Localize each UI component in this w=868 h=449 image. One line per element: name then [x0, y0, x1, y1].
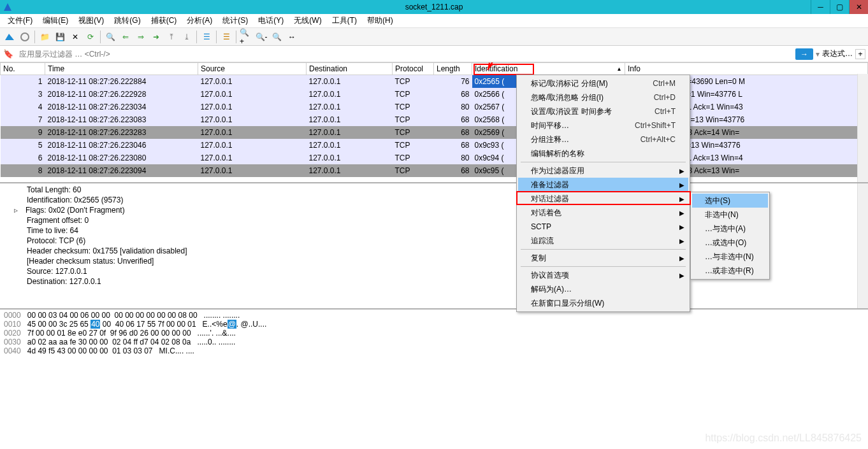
column-header[interactable]: Protocol	[393, 63, 434, 75]
hex-row[interactable]: 0030 a0 02 aa aa fe 30 00 00 02 04 ff d7…	[4, 338, 864, 346]
menu-item[interactable]: 捕获(C)	[146, 15, 182, 26]
close-file-icon[interactable]: ✕	[68, 30, 82, 44]
last-icon[interactable]: ⤓	[180, 30, 194, 44]
reload-icon[interactable]: ⟳	[83, 30, 98, 44]
menu-item[interactable]: 选中(S)	[692, 194, 768, 208]
zoom-in-icon[interactable]: 🔍+	[239, 30, 253, 44]
packet-row[interactable]: 42018-12-11 08:27:26.223034127.0.0.1127.…	[1, 101, 868, 113]
column-header[interactable]: Length	[434, 63, 472, 75]
column-header[interactable]: Info	[625, 63, 868, 75]
menu-item[interactable]: SCTP▶	[518, 220, 688, 234]
svg-point-0	[21, 33, 29, 41]
minimize-button[interactable]: ─	[811, 0, 830, 14]
open-icon[interactable]: 📁	[38, 30, 52, 44]
menu-item[interactable]: 视图(V)	[73, 15, 109, 26]
hex-pane[interactable]: 0000 00 00 03 04 00 06 00 00 00 00 00 00…	[0, 310, 868, 373]
menubar: 文件(F)编辑(E)视图(V)跳转(G)捕获(C)分析(A)统计(S)电话(Y)…	[0, 14, 868, 28]
hex-row[interactable]: 0020 7f 00 00 01 8e e0 27 0f 9f 96 d0 26…	[4, 329, 864, 338]
shark-icon[interactable]	[3, 30, 17, 44]
first-icon[interactable]: ⤒	[164, 30, 178, 44]
menu-item[interactable]: 文件(F)	[3, 15, 38, 26]
maximize-button[interactable]: ▢	[830, 0, 849, 14]
app-icon	[3, 2, 13, 12]
menu-item[interactable]: 准备过滤器▶	[518, 178, 688, 192]
add-filter-button[interactable]: +	[855, 49, 865, 59]
column-header[interactable]: No.	[1, 63, 45, 75]
hex-row[interactable]: 0010 45 00 00 3c 25 65 40 00 40 06 17 55…	[4, 320, 864, 329]
menu-item[interactable]: 分组注释…Ctrl+Alt+C	[518, 132, 688, 146]
menu-item[interactable]: 无线(W)	[289, 15, 326, 26]
menu-item[interactable]: 编辑解析的名称	[518, 146, 688, 160]
packet-row[interactable]: 82018-12-11 08:27:26.223094127.0.0.1127.…	[1, 164, 868, 177]
menu-item[interactable]: 跳转(G)	[109, 15, 145, 26]
column-header[interactable]: Source	[198, 63, 307, 75]
titlebar: socket_1211.cap ─ ▢ ✕	[0, 0, 868, 14]
next-icon[interactable]: ⇒	[134, 30, 148, 44]
packet-list: No.TimeSourceDestinationProtocolLengthId…	[0, 62, 868, 183]
menu-item[interactable]: 编辑(E)	[38, 15, 73, 26]
context-menu: 标记/取消标记 分组(M)Ctrl+M忽略/取消忽略 分组(I)Ctrl+D设置…	[516, 75, 690, 312]
colorize-icon[interactable]: ☰	[219, 30, 233, 44]
menu-item[interactable]: 时间平移…Ctrl+Shift+T	[518, 118, 688, 132]
menu-item[interactable]: 帮助(H)	[362, 15, 398, 26]
autoscroll-icon[interactable]: ☰	[199, 30, 213, 44]
find-icon[interactable]: 🔍	[103, 30, 117, 44]
menu-item[interactable]: …或非选中(R)	[692, 264, 768, 278]
zoom-out-icon[interactable]: 🔍-	[254, 30, 268, 44]
menu-item[interactable]: 复制▶	[518, 251, 688, 265]
menu-item[interactable]: 分析(A)	[182, 15, 217, 26]
menu-item[interactable]: 作为过滤器应用▶	[518, 164, 688, 178]
menu-item[interactable]: 追踪流▶	[518, 234, 688, 248]
menu-item[interactable]: 对话着色▶	[518, 206, 688, 220]
context-submenu: 选中(S)非选中(N)…与选中(A)…或选中(O)…与非选中(N)…或非选中(R…	[690, 192, 770, 280]
menu-item[interactable]: …与选中(A)	[692, 222, 768, 236]
menu-item[interactable]: 标记/取消标记 分组(M)Ctrl+M	[518, 76, 688, 90]
capture-options-icon[interactable]	[18, 30, 32, 44]
menu-item[interactable]: 电话(Y)	[253, 15, 289, 26]
packet-row[interactable]: 32018-12-11 08:27:26.222928127.0.0.1127.…	[1, 88, 868, 101]
prev-icon[interactable]: ⇐	[119, 30, 133, 44]
resize-cols-icon[interactable]: ↔	[285, 30, 299, 44]
save-icon[interactable]: 💾	[53, 30, 67, 44]
menu-item[interactable]: 协议首选项▶	[518, 268, 688, 282]
packet-row[interactable]: 72018-12-11 08:27:26.223083127.0.0.1127.…	[1, 113, 868, 126]
column-header[interactable]: Destination	[307, 63, 393, 75]
packet-row[interactable]: 52018-12-11 08:27:26.223046127.0.0.1127.…	[1, 139, 868, 152]
zoom-reset-icon[interactable]: 🔍	[270, 30, 284, 44]
column-header[interactable]: Time	[45, 63, 198, 75]
menu-item[interactable]: 在新窗口显示分组(W)	[518, 296, 688, 310]
expression-button[interactable]: 表达式…	[822, 48, 853, 59]
watermark: https://blog.csdn.net/LL845876425	[705, 432, 862, 444]
filter-bar: 🔖 → ▾ 表达式… +	[0, 46, 868, 62]
window-title: socket_1211.cap	[405, 3, 463, 11]
goto-icon[interactable]: ➜	[149, 30, 163, 44]
menu-item[interactable]: 设置/取消设置 时间参考Ctrl+T	[518, 104, 688, 118]
menu-item[interactable]: 对话过滤器▶	[518, 192, 688, 206]
menu-item[interactable]: 工具(T)	[327, 15, 362, 26]
menu-item[interactable]: 非选中(N)	[692, 208, 768, 222]
packet-row[interactable]: 12018-12-11 08:27:26.222884127.0.0.1127.…	[1, 75, 868, 88]
menu-item[interactable]: 忽略/取消忽略 分组(I)Ctrl+D	[518, 90, 688, 104]
menu-item[interactable]: …与非选中(N)	[692, 250, 768, 264]
filter-input[interactable]	[17, 48, 793, 60]
apply-filter-button[interactable]: →	[795, 48, 813, 60]
menu-item[interactable]: 统计(S)	[217, 15, 253, 26]
packet-row[interactable]: 62018-12-11 08:27:26.223080127.0.0.1127.…	[1, 152, 868, 164]
menu-item[interactable]: 解码为(A)…	[518, 282, 688, 296]
toolbar: 📁 💾 ✕ ⟳ 🔍 ⇐ ⇒ ➜ ⤒ ⤓ ☰ ☰ 🔍+ 🔍- 🔍 ↔	[0, 28, 868, 46]
packet-row[interactable]: 92018-12-11 08:27:26.223283127.0.0.1127.…	[1, 126, 868, 139]
hex-row[interactable]: 0000 00 00 03 04 00 06 00 00 00 00 00 00…	[4, 311, 864, 320]
hex-row[interactable]: 0040 4d 49 f5 43 00 00 00 00 01 03 03 07…	[4, 346, 864, 355]
bookmark-icon[interactable]: 🔖	[3, 48, 14, 60]
menu-item[interactable]: …或选中(O)	[692, 236, 768, 250]
close-button[interactable]: ✕	[849, 0, 868, 14]
